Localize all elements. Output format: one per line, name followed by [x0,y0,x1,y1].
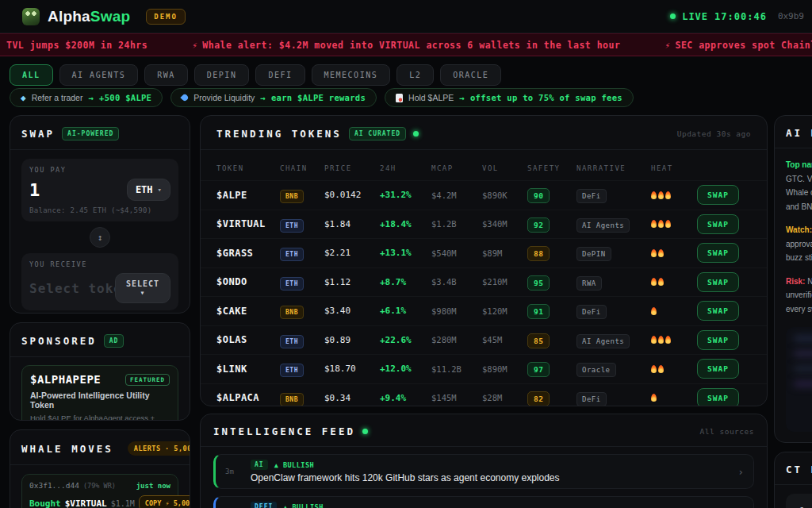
promo-label: Hold $ALPE [408,93,454,102]
col-vol: VOL [482,164,527,172]
col-narrative: NARRATIVE [576,164,651,172]
receive-token-placeholder: Select token [29,281,115,296]
arrow-icon: → [260,93,266,102]
intelligence-feed-panel: INTELLIGENCE FEED All sources 3m AI ▲ BU… [200,414,768,508]
receipt-icon [396,94,403,102]
tab-depin[interactable]: DEPIN [194,64,250,86]
ai-powered-badge: AI-POWERED [62,127,119,140]
tab-all[interactable]: ALL [10,64,53,86]
feed-item[interactable]: 3m AI ▲ BULLISH OpenClaw framework hits … [213,454,754,489]
swap-panel: SWAPAI-POWERED YOU PAY 1 ETH▾ Balance: 2… [10,115,190,314]
promo-label: Refer a trader [32,93,83,102]
token-row[interactable]: $GRASS ETH $2.21 +13.1% $540M $89M 88 De… [201,238,767,267]
row-swap-button[interactable]: SWAP [697,330,739,350]
sponsored-token-name: $ALPHAPEPE [30,373,101,386]
all-sources-filter[interactable]: All sources [700,427,754,436]
row-swap-button[interactable]: SWAP [697,388,739,406]
pay-token-selector[interactable]: ETH▾ [127,179,170,201]
locked-content-preview[interactable] [786,327,812,432]
col-24h: 24H [380,164,431,172]
chain-badge: ETH [280,248,304,261]
token-row[interactable]: $ONDO ETH $1.12 +8.7% $3.4B $210M 95 RWA… [201,267,767,297]
row-swap-button[interactable]: SWAP [697,243,739,263]
alerts-badge[interactable]: ALERTS · 5,000 $ALPE/mo [128,441,190,456]
wallet-address[interactable]: 0x9b9 [778,11,804,21]
feed-item[interactable]: 8m DEFI ▲ BULLISH Uniswap V4 hooks enabl… [213,496,754,508]
select-token-dropdown[interactable]: SELECT ▾ [115,273,170,303]
refer-promo-pill[interactable]: ◆ Refer a trader → +500 $ALPE [10,88,163,107]
ticker-item: ⚡Whale alert: $4.2M moved into VIRTUAL a… [192,40,620,51]
row-swap-button[interactable]: SWAP [697,272,739,292]
whale-action: Bought [29,498,61,508]
trending-tokens-panel: TRENDING TOKENS AI CURATED Updated 30s a… [200,115,768,406]
heat-flames-icon [651,394,697,402]
ai-brief-title: AI DAILY [786,127,812,139]
demo-badge: DEMO [146,9,186,25]
sentiment-badge: ▲ BULLISH [274,461,315,469]
sentiment-badge: ▲ BULLISH [283,503,324,508]
ad-badge: AD [104,334,124,348]
promo-reward: +500 $ALPE [99,93,151,102]
row-swap-button[interactable]: SWAP [697,359,739,379]
chain-badge: BNB [280,190,304,203]
tab-l2[interactable]: L2 [396,64,434,86]
copy-trade-button[interactable]: COPY ⚡ 5,000/mo [139,495,190,508]
chain-badge: ETH [280,219,304,233]
ct-post-card[interactable]: @Crypt [786,494,812,508]
narrative-chip: RWA [576,276,602,291]
divider [201,446,767,447]
table-header: TOKEN CHAIN PRICE 24H MCAP VOL SAFETY NA… [201,156,767,180]
live-dot-icon [413,131,419,137]
tab-ai-agents[interactable]: AI AGENTS [59,64,139,86]
divider [201,149,767,150]
tab-memecoins[interactable]: MEMECOINS [312,64,391,86]
safety-score-badge: 97 [527,362,550,377]
droplet-icon [181,93,190,102]
tab-defi[interactable]: DEFI [255,64,304,86]
narrative-chip: DeFi [576,392,607,406]
token-row[interactable]: $CAKE BNB $3.40 +6.1% $980M $120M 91 DeF… [201,296,767,325]
intel-feed-title: INTELLIGENCE FEED [213,425,355,437]
sponsored-card[interactable]: $ALPHAPEPE FEATURED AI-Powered Intellige… [21,365,178,421]
hold-alpe-promo-pill[interactable]: Hold $ALPE → offset up to 75% of swap fe… [385,88,634,107]
col-token: TOKEN [216,164,280,172]
divider [10,464,190,465]
row-swap-button[interactable]: SWAP [697,214,739,234]
brief-section: Top narratives: GTC. VIRTUAL Whale clust… [786,158,812,214]
you-pay-label: YOU PAY [29,166,170,174]
brief-section: Watch: R approval buzz still [786,223,812,265]
heat-flames-icon [651,365,697,373]
whale-token: $VIRTUAL [65,498,107,508]
pay-amount-input[interactable]: 1 [29,180,40,200]
token-row[interactable]: $VIRTUAL ETH $1.84 +18.4% $1.2B $340M 92… [201,210,767,239]
news-ticker: TVL jumps $200M in 24hrs ⚡Whale alert: $… [0,33,812,56]
token-row[interactable]: $ALPACA BNB $0.34 +9.4% $145M $28M 82 De… [201,383,767,407]
row-swap-button[interactable]: SWAP [697,301,739,321]
token-row[interactable]: $OLAS ETH $0.89 +22.6% $280M $45M 85 AI … [201,325,767,355]
promo-row: ◆ Refer a trader → +500 $ALPE Provide Li… [10,88,634,107]
liquidity-promo-pill[interactable]: Provide Liquidity → earn $ALPE rewards [170,88,377,107]
tab-oracle[interactable]: ORACLE [440,64,501,86]
token-row[interactable]: $ALPE BNB $0.0142 +31.2% $4.2M $890K 90 … [201,180,767,210]
brief-section: Risk: Ne unverified every sw [786,275,812,317]
chevron-right-icon: › [737,466,744,478]
divider [775,148,812,148]
you-receive-box: YOU RECEIVE Select token SELECT ▾ [21,253,178,310]
chain-badge: BNB [280,393,304,406]
heat-flames-icon [651,336,697,344]
swap-direction-button[interactable]: ↕ [90,227,110,248]
tab-rwa[interactable]: RWA [144,64,188,86]
sponsored-tagline: AI-Powered Intelligence Utility Token [30,391,170,410]
frog-logo-icon [22,8,40,25]
arrow-icon: → [459,93,465,102]
heat-flames-icon [651,191,697,199]
token-row[interactable]: $LINK ETH $18.70 +12.0% $11.2B $890M 97 … [201,354,767,383]
heat-flames-icon [651,307,697,315]
chain-badge: BNB [280,306,304,319]
divider [10,149,190,150]
row-swap-button[interactable]: SWAP [697,185,739,205]
safety-score-badge: 92 [527,217,550,233]
promo-reward: offset up to 75% of swap fees [470,93,622,102]
whale-winrate: (79% WR) [83,482,116,490]
col-heat: HEAT [651,164,697,172]
